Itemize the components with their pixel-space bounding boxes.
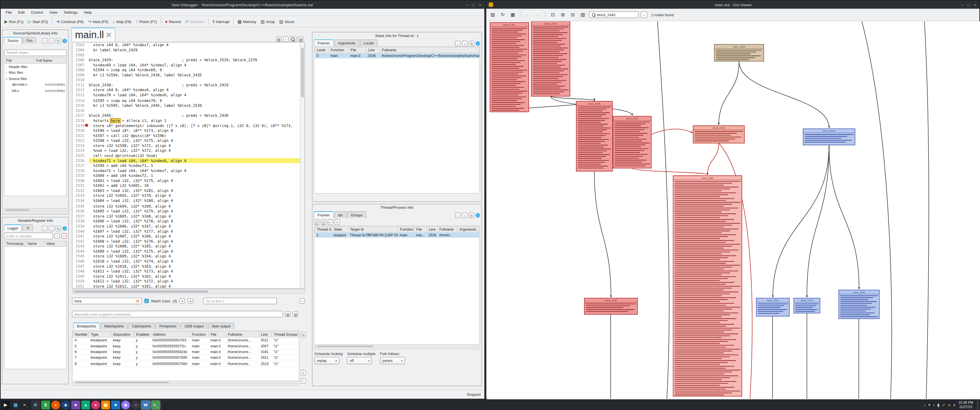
bottom-tab-printpoints[interactable]: Printpoints [156,322,180,329]
column-header-thread-groups[interactable]: Thread Groups [272,332,299,337]
next-match-button[interactable]: › [641,11,648,18]
variable-prev-icon[interactable]: ‹ [42,225,48,231]
terminal-app-icon[interactable]: >_ [21,400,30,409]
variable-tab-tr[interactable]: Tr [22,224,33,231]
zoom-fit-button[interactable]: ⊡ [549,11,557,19]
stack-refresh-icon[interactable]: ↻ [469,41,474,46]
code-line[interactable]: 2518 %starts_here = alloca i1, align 1 [73,118,304,123]
code-line[interactable]: 2550 %1612 = load i32, i32* %172, align … [73,279,304,284]
column-header-function[interactable]: Function [190,332,208,337]
editor-search-icon[interactable] [290,36,297,42]
tree-item-header-files[interactable]: ›Header files [4,64,66,70]
code-line[interactable]: 2519 store i8* getelementptr inbounds ([… [73,123,304,128]
column-header-function[interactable]: Function [328,47,348,53]
graph-node-block_2435[interactable]: block_2435 [584,298,638,314]
toolbar-memory-button[interactable]: ▦Memory [235,18,258,25]
line-number[interactable]: 2549 [73,274,89,279]
code-line[interactable]: 2544 %1609 = load i32, i32* %175, align … [73,249,304,254]
files-app-icon[interactable]: ▣ [101,400,110,409]
app-launcher-icon[interactable]: ▶ [1,400,10,409]
column-header-value[interactable]: Value [45,241,66,246]
collapse-search-icon[interactable]: − [299,298,305,304]
column-header-full-name[interactable]: Full Name [35,58,66,63]
code-line[interactable]: 2512 store i64 0, i64* %index6, align 4 [73,88,304,93]
graph-node-block_2423[interactable]: block_2423 [531,21,570,96]
table-row[interactable]: 8breakpointkeepy0x0000555555557560mainma… [73,361,299,367]
table-row[interactable]: 0mainmain.ll2526/home/znurre/Program/Dev… [315,53,479,59]
thread-tab-ids[interactable]: Ids [334,211,346,218]
line-number[interactable]: 2541 [73,233,89,239]
zoom-in-button[interactable]: ⊞ [559,11,567,19]
source-column-header[interactable]: FileFull Name [4,57,67,64]
column-header-state[interactable]: State [331,227,348,232]
network-tray-icon[interactable]: ↕ [924,403,926,407]
graph-node-block_2430[interactable]: block_2430 [693,126,745,143]
thread-tool-icon-3[interactable]: + [334,219,340,225]
browser-app-icon[interactable]: ● [51,400,60,409]
line-number[interactable]: 2506 [73,57,89,63]
line-number[interactable]: 2522 [73,138,89,143]
code-line[interactable]: 2510 [73,78,304,83]
record-app-icon[interactable]: ● [131,400,140,409]
menu-file[interactable]: File [3,10,15,15]
virtual-desktop-pager[interactable]: ▦ [11,400,20,409]
table-row[interactable]: 6breakpointkeepy0x000055555555824emainma… [73,349,299,355]
graph-node-block_2407[interactable]: block_2407 [490,22,529,112]
dot-titlebar[interactable]: .main.dot - Dot Viewer – □ × [486,0,980,9]
editor-view-icon[interactable]: ▥ [298,36,304,42]
line-number[interactable]: 2505 [73,53,89,58]
code-line[interactable]: 2545 store i32 %1609, i32* %164, align 4 [73,254,304,259]
thread-tab-groups[interactable]: Groups [347,211,366,218]
line-number[interactable]: 2535 [73,204,89,209]
line-number[interactable]: 2532 [73,188,89,194]
dot-maximize-icon[interactable]: □ [967,3,970,6]
code-line[interactable]: 2528 %index72 = load i64, i64* %index7, … [73,168,304,173]
breakpoints-refresh-icon[interactable]: ↻ [301,332,306,338]
column-header-name[interactable]: Name [25,241,45,246]
graph-search-input[interactable]: block_2445 [589,11,639,18]
code-line[interactable]: 2541 store i32 %1607, i32* %166, align 4 [73,233,304,239]
breakpoint-icon[interactable] [85,124,88,127]
column-header-disposition[interactable]: Disposition [111,332,134,337]
bottom-tab-watchpoints[interactable]: Watchpoints [100,322,128,329]
graph-node-block_2530[interactable]: block_2530 [803,129,855,145]
code-line[interactable]: 2533 store i32 %1603, i32* %170, align 4 [73,193,304,198]
graph-node-block_2535[interactable]: block_2535 [794,298,820,313]
source-tab-fun[interactable]: Fun [23,37,36,44]
graph-node-block_2426[interactable]: block_2426 [613,116,651,168]
line-number[interactable]: 2548 [73,269,89,274]
minimize-icon[interactable]: – [466,3,468,6]
tree-file-init-c[interactable]: init.c/usr/src/debu [4,88,66,93]
vertical-splitter[interactable]: ⋮ [307,185,310,189]
menu-help[interactable]: Help [81,10,95,15]
selection-button[interactable]: ▧ [579,11,587,19]
line-number[interactable]: 2524 [73,148,89,153]
breakpoints-hscrollbar[interactable] [73,381,298,384]
graph-node-block_2424[interactable]: block_2424 [576,101,612,171]
bottom-tab-seer-output[interactable]: Seer output [208,322,234,329]
thread-hscrollbar[interactable] [315,345,479,348]
stack-prev-icon[interactable]: ‹ [455,41,461,46]
fork-follows-dropdown[interactable]: parent▾ [380,357,405,364]
seer-titlebar[interactable]: Seer Debugger - '/home/znurre/Program/De… [0,0,484,9]
media-app-icon[interactable]: ● [91,400,100,409]
line-number[interactable]: 2511 [73,83,89,88]
office-app-icon[interactable]: ■ [111,400,120,409]
code-line[interactable]: 2507 %index69 = load i64, i64* %index7, … [73,63,304,68]
notification-tray-icon[interactable]: ● [948,403,950,407]
line-number[interactable]: 2515 [73,103,89,108]
code-line[interactable]: 2504 br label %block_2429 [73,48,304,53]
code-line[interactable]: 2542 %1608 = load i32, i32* %176, align … [73,239,304,244]
dot-viewer-task-icon[interactable]: W [141,400,150,409]
toolbar-direction-button[interactable]: ⇄Direction [183,18,207,25]
show-desktop-strip[interactable] [977,400,979,410]
code-line[interactable]: 2522 %1598 = load i32, i32* %175, align … [73,138,304,143]
column-header-line[interactable]: Line [426,227,437,232]
code-line[interactable]: 2505 [73,53,304,58]
bottom-tab-catchpoints[interactable]: Catchpoints [128,322,155,329]
stack-info-icon[interactable]: i [476,41,480,46]
line-number[interactable]: 2519 [73,123,89,128]
line-number[interactable]: 2547 [73,264,89,269]
updates-tray-icon[interactable]: ▾ [928,402,930,407]
line-number[interactable]: 2514 [73,98,89,103]
